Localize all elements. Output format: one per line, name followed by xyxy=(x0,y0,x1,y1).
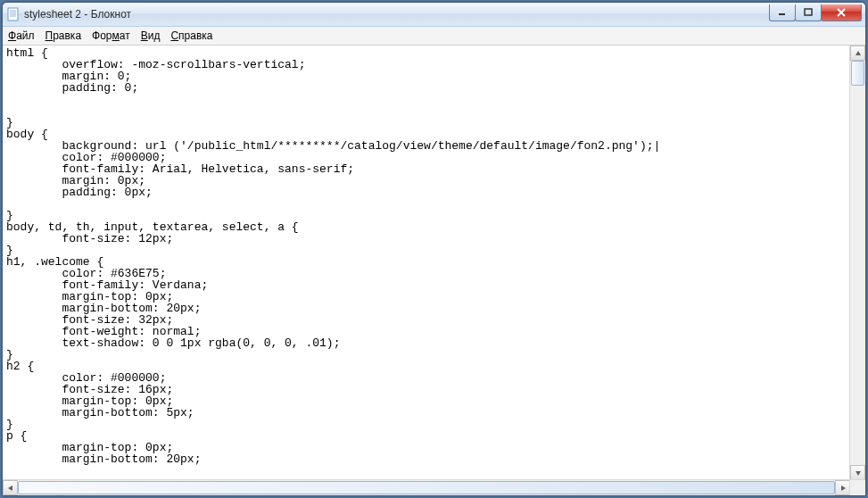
maximize-button[interactable] xyxy=(795,4,822,21)
svg-marker-11 xyxy=(8,486,12,491)
editor-wrap: html { overflow: -moz-scrollbars-vertica… xyxy=(3,46,865,495)
menu-edit[interactable]: Правка xyxy=(45,29,82,42)
scroll-down-button[interactable] xyxy=(850,465,865,480)
vertical-scroll-thumb[interactable] xyxy=(851,61,864,86)
vertical-scroll-track[interactable] xyxy=(850,61,865,465)
svg-marker-10 xyxy=(856,471,861,476)
svg-rect-6 xyxy=(805,9,812,15)
scroll-right-button[interactable] xyxy=(835,480,850,495)
scroll-corner xyxy=(849,479,865,495)
titlebar[interactable]: stylesheet 2 - Блокнот xyxy=(3,3,865,27)
menu-file[interactable]: Файл xyxy=(8,29,35,42)
horizontal-scroll-thumb[interactable] xyxy=(18,481,835,494)
client-area: html { overflow: -moz-scrollbars-vertica… xyxy=(3,46,865,495)
window-frame: stylesheet 2 - Блокнот Файл Правка Форма… xyxy=(2,2,866,496)
window-title: stylesheet 2 - Блокнот xyxy=(24,8,131,21)
menubar: Файл Правка Формат Вид Справка xyxy=(3,27,865,46)
minimize-button[interactable] xyxy=(769,4,796,21)
vertical-scrollbar[interactable] xyxy=(849,46,865,480)
text-editor[interactable]: html { overflow: -moz-scrollbars-vertica… xyxy=(3,46,850,480)
menu-view[interactable]: Вид xyxy=(141,29,161,42)
menu-format[interactable]: Формат xyxy=(92,29,130,42)
window-controls xyxy=(770,4,862,22)
svg-marker-12 xyxy=(841,486,846,491)
scroll-left-button[interactable] xyxy=(3,480,18,495)
svg-marker-9 xyxy=(856,51,861,55)
scroll-up-button[interactable] xyxy=(850,46,865,61)
close-button[interactable] xyxy=(821,4,862,21)
horizontal-scrollbar[interactable] xyxy=(3,479,850,495)
notepad-icon xyxy=(6,7,21,21)
menu-help[interactable]: Справка xyxy=(170,29,212,42)
horizontal-scroll-track[interactable] xyxy=(18,480,835,495)
